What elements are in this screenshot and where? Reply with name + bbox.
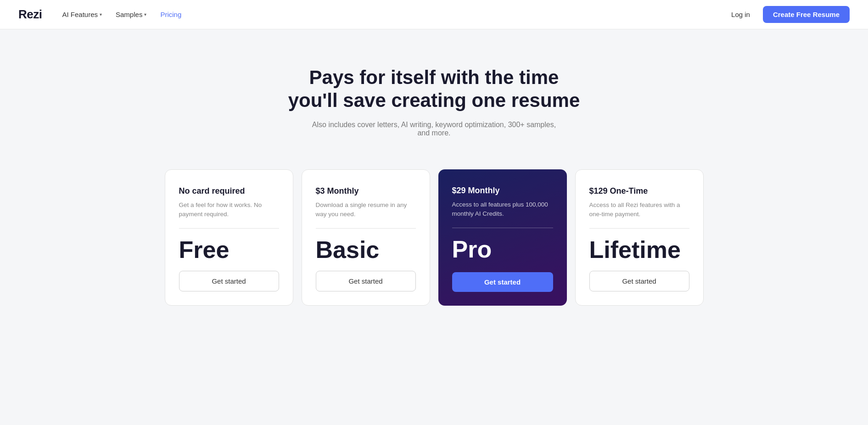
- plan-card-pro: $29 Monthly Access to all features plus …: [438, 169, 567, 306]
- card-top-lifetime: $129 One-Time Access to all Rezi feature…: [589, 186, 689, 219]
- plan-card-lifetime: $129 One-Time Access to all Rezi feature…: [575, 169, 704, 306]
- card-top-free: No card required Get a feel for how it w…: [179, 186, 279, 219]
- chevron-down-icon: ▾: [100, 12, 102, 17]
- nav-item-samples[interactable]: Samples ▾: [110, 7, 152, 22]
- hero-subtitle: Also includes cover letters, AI writing,…: [306, 121, 563, 137]
- divider-lifetime: [589, 228, 689, 229]
- get-started-button-lifetime[interactable]: Get started: [589, 271, 689, 291]
- pricing-cards: No card required Get a feel for how it w…: [0, 160, 868, 334]
- description-lifetime: Access to all Rezi features with a one-t…: [589, 201, 689, 219]
- card-top-pro: $29 Monthly Access to all features plus …: [452, 186, 553, 219]
- chevron-down-icon: ▾: [144, 12, 146, 17]
- hero-section: Pays for itself with the time you'll sav…: [0, 29, 868, 160]
- description-basic: Download a single resume in any way you …: [316, 201, 416, 219]
- nav-item-label: Samples: [116, 11, 142, 18]
- card-action-lifetime: Get started: [589, 271, 689, 291]
- price-label-free: No card required: [179, 186, 279, 196]
- plan-card-free: No card required Get a feel for how it w…: [165, 169, 293, 306]
- login-button[interactable]: Log in: [726, 7, 756, 22]
- card-action-basic: Get started: [316, 271, 416, 291]
- hero-title: Pays for itself with the time you'll sav…: [9, 66, 859, 112]
- plan-name-basic: Basic: [316, 238, 416, 262]
- nav-item-label: Pricing: [160, 11, 181, 18]
- nav-right: Log in Create Free Resume: [726, 6, 850, 23]
- plan-name-free: Free: [179, 238, 279, 262]
- card-top-basic: $3 Monthly Download a single resume in a…: [316, 186, 416, 219]
- nav-item-ai-features[interactable]: AI Features ▾: [56, 7, 107, 22]
- divider-basic: [316, 228, 416, 229]
- nav-left: Rezi AI Features ▾ Samples ▾ Pricing: [18, 7, 187, 22]
- logo[interactable]: Rezi: [18, 7, 42, 22]
- card-action-pro: Get started: [452, 272, 553, 292]
- price-label-lifetime: $129 One-Time: [589, 186, 689, 196]
- navbar: Rezi AI Features ▾ Samples ▾ Pricing Log…: [0, 0, 868, 29]
- nav-menu: AI Features ▾ Samples ▾ Pricing: [56, 7, 187, 22]
- create-free-resume-button[interactable]: Create Free Resume: [763, 6, 850, 23]
- plan-card-basic: $3 Monthly Download a single resume in a…: [302, 169, 430, 306]
- get-started-button-pro[interactable]: Get started: [452, 272, 553, 292]
- plan-name-pro: Pro: [452, 237, 553, 261]
- plan-name-lifetime: Lifetime: [589, 238, 689, 262]
- hero-title-line1: Pays for itself with the time: [309, 67, 559, 88]
- price-label-basic: $3 Monthly: [316, 186, 416, 196]
- nav-item-pricing[interactable]: Pricing: [155, 7, 187, 22]
- get-started-button-basic[interactable]: Get started: [316, 271, 416, 291]
- card-action-free: Get started: [179, 271, 279, 291]
- get-started-button-free[interactable]: Get started: [179, 271, 279, 291]
- description-free: Get a feel for how it works. No payment …: [179, 201, 279, 219]
- price-label-pro: $29 Monthly: [452, 186, 553, 196]
- description-pro: Access to all features plus 100,000 mont…: [452, 200, 553, 219]
- hero-title-line2: you'll save creating one resume: [288, 89, 580, 111]
- divider-pro: [452, 228, 553, 228]
- nav-item-label: AI Features: [62, 11, 98, 18]
- divider-free: [179, 228, 279, 229]
